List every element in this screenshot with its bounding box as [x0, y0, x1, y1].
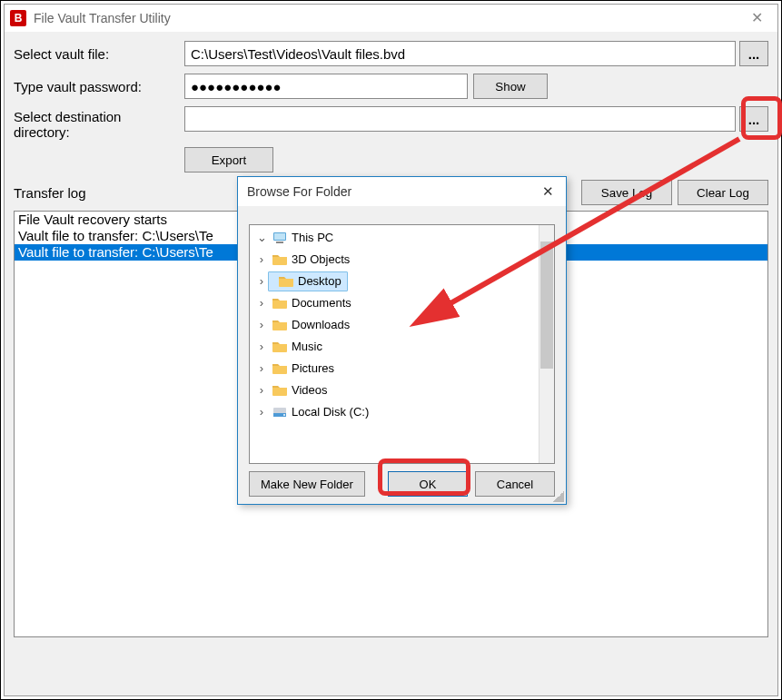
- tree-item-label: Pictures: [292, 358, 334, 380]
- ok-button[interactable]: OK: [388, 471, 468, 497]
- folder-tree[interactable]: ⌄This PC›3D Objects›Desktop›Documents›Do…: [249, 224, 555, 464]
- tree-toggle-expand[interactable]: ›: [255, 292, 268, 314]
- dialog-buttons: Make New Folder OK Cancel: [249, 464, 555, 497]
- show-password-button[interactable]: Show: [473, 74, 548, 99]
- tree-toggle-expand[interactable]: ›: [255, 336, 268, 358]
- tree-root-label: This PC: [292, 227, 333, 249]
- password-row: Type vault password: Show: [14, 74, 768, 99]
- tree-toggle-collapse[interactable]: ⌄: [255, 227, 268, 249]
- save-log-button[interactable]: Save Log: [581, 180, 672, 205]
- dialog-button-spacer: [372, 471, 381, 497]
- tree-toggle-expand[interactable]: ›: [255, 271, 268, 292]
- tree-toggle-expand[interactable]: ›: [255, 314, 268, 336]
- svg-point-5: [283, 414, 285, 416]
- dialog-titlebar: Browse For Folder ✕: [238, 177, 566, 206]
- dialog-close-button[interactable]: ✕: [530, 183, 566, 200]
- resize-grip[interactable]: [553, 491, 564, 502]
- tree-item-label: Downloads: [292, 314, 350, 336]
- password-label: Type vault password:: [14, 79, 184, 94]
- screenshot-border: B File Vault Transfer Utility ✕ Select v…: [0, 0, 782, 700]
- tree-toggle-expand[interactable]: ›: [255, 380, 268, 401]
- titlebar: B File Vault Transfer Utility ✕: [5, 5, 777, 32]
- tree-item[interactable]: ›Videos: [250, 380, 328, 401]
- browse-folder-dialog: Browse For Folder ✕ ⌄This PC›3D Objects›…: [237, 176, 567, 505]
- tree-item[interactable]: ›Documents: [250, 292, 351, 314]
- tree-item[interactable]: ›Desktop: [250, 271, 348, 292]
- tree-item-label: Desktop: [298, 271, 342, 292]
- tree-item-label: 3D Objects: [292, 249, 350, 271]
- dialog-body: ⌄This PC›3D Objects›Desktop›Documents›Do…: [238, 206, 566, 504]
- destination-row: Select destination directory: ...: [14, 106, 768, 140]
- tree-item-label: Documents: [292, 292, 351, 314]
- tree-item[interactable]: ›Local Disk (C:): [250, 401, 369, 423]
- destination-input[interactable]: [184, 106, 736, 132]
- select-vault-file-label: Select vault file:: [14, 46, 184, 62]
- tree-item[interactable]: ›3D Objects: [250, 249, 350, 271]
- select-destination-label-line1: Select destination: [14, 109, 121, 124]
- tree-item-label: Music: [292, 336, 322, 358]
- tree-root[interactable]: ⌄This PC: [250, 227, 554, 249]
- tree-item-label: Videos: [292, 380, 328, 401]
- tree-scrollbar[interactable]: [539, 225, 554, 463]
- select-destination-label-line2: directory:: [14, 124, 184, 140]
- browse-destination-button[interactable]: ...: [739, 106, 768, 132]
- tree-item[interactable]: ›Downloads: [250, 314, 350, 336]
- make-new-folder-button[interactable]: Make New Folder: [249, 471, 365, 497]
- svg-rect-1: [274, 233, 285, 240]
- tree-item-label: Local Disk (C:): [292, 401, 369, 423]
- dialog-title: Browse For Folder: [238, 184, 530, 199]
- browse-vault-button[interactable]: ...: [739, 41, 768, 66]
- export-button[interactable]: Export: [184, 147, 273, 173]
- vault-file-input[interactable]: [184, 41, 736, 66]
- password-input[interactable]: [184, 74, 468, 99]
- select-destination-label: Select destination directory:: [14, 106, 184, 140]
- tree-toggle-expand[interactable]: ›: [255, 401, 268, 423]
- tree-toggle-expand[interactable]: ›: [255, 249, 268, 271]
- tree-toggle-expand[interactable]: ›: [255, 358, 268, 380]
- export-row: Export: [14, 147, 768, 173]
- window-close-button[interactable]: ✕: [736, 5, 777, 32]
- tree-item[interactable]: ›Pictures: [250, 358, 334, 380]
- app-icon: B: [10, 10, 26, 26]
- svg-rect-2: [276, 242, 283, 243]
- cancel-button[interactable]: Cancel: [475, 471, 555, 497]
- window-title: File Vault Transfer Utility: [32, 11, 736, 25]
- tree-item[interactable]: ›Music: [250, 336, 322, 358]
- clear-log-button[interactable]: Clear Log: [678, 180, 768, 205]
- vault-file-row: Select vault file: ...: [14, 41, 768, 66]
